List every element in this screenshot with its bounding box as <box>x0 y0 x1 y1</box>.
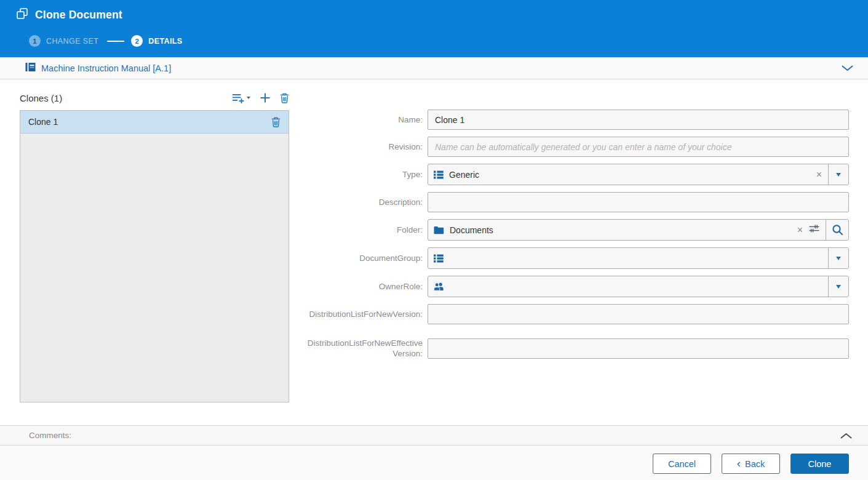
folder-combobox[interactable]: Documents × <box>428 219 849 241</box>
document-group-dropdown-button[interactable] <box>828 248 848 268</box>
list-item-clone-1[interactable]: Clone 1 <box>20 111 289 134</box>
add-list-icon <box>233 93 244 103</box>
trash-icon <box>280 93 289 103</box>
name-label: Name: <box>303 114 423 125</box>
type-dropdown-button[interactable] <box>828 164 848 185</box>
owner-role-label: OwnerRole: <box>303 281 423 292</box>
clone-details-form: Name: Revision: Type: Generic <box>303 110 849 366</box>
description-label: Description: <box>303 197 423 207</box>
clear-icon[interactable]: × <box>816 170 822 180</box>
field-row-document-group: DocumentGroup: <box>303 247 849 269</box>
name-input[interactable] <box>428 110 849 130</box>
revision-label: Revision: <box>303 142 423 152</box>
delete-clone-button[interactable] <box>280 93 289 103</box>
document-group-label: DocumentGroup: <box>303 253 423 263</box>
chevron-down-icon <box>836 285 841 289</box>
field-row-distribution-list-new-version: DistributionListForNewVersion: <box>303 304 849 324</box>
folder-label: Folder: <box>303 225 423 235</box>
type-list-icon <box>434 170 444 179</box>
folder-icon <box>434 226 444 234</box>
field-row-distribution-list-new-effective-version: DistributionListForNewEffectiveVersion: <box>303 338 849 359</box>
owner-role-combobox[interactable] <box>428 276 849 297</box>
plus-icon <box>260 93 270 103</box>
add-clone-button[interactable] <box>260 93 270 103</box>
source-document-bar[interactable]: Machine Instruction Manual [A.1] <box>0 57 868 79</box>
group-list-icon <box>434 254 444 263</box>
type-label: Type: <box>303 169 423 180</box>
field-row-owner-role: OwnerRole: <box>303 276 849 297</box>
clear-icon[interactable]: × <box>797 225 803 235</box>
clone-button[interactable]: Clone <box>790 454 849 474</box>
owner-role-dropdown-button[interactable] <box>828 276 848 297</box>
trash-icon <box>271 117 281 127</box>
back-button[interactable]: ‹ Back <box>722 454 780 474</box>
description-input[interactable] <box>428 192 849 212</box>
field-row-description: Description: <box>303 192 849 212</box>
distribution-list-new-effective-version-label: DistributionListForNewEffectiveVersion: <box>303 338 423 359</box>
clones-panel: Clones (1) <box>20 91 289 402</box>
step-2-label: DETAILS <box>148 37 182 46</box>
chevron-down-icon[interactable] <box>842 65 853 71</box>
field-row-revision: Revision: <box>303 137 849 157</box>
field-row-folder: Folder: Documents × <box>303 219 849 241</box>
distribution-list-new-version-label: DistributionListForNewVersion: <box>303 309 423 319</box>
revision-input[interactable] <box>428 137 849 157</box>
dialog-header: Clone Document 1 CHANGE SET 2 DETAILS <box>0 0 868 57</box>
clone-item-name: Clone 1 <box>28 117 58 127</box>
chevron-down-icon <box>836 257 841 260</box>
comments-label: Comments: <box>29 431 71 440</box>
add-multiple-clones-button[interactable] <box>233 93 250 103</box>
filter-sliders-icon[interactable] <box>809 224 819 236</box>
clones-list: Clone 1 <box>20 110 289 402</box>
page-title: Clone Document <box>35 9 122 22</box>
step-1-circle[interactable]: 1 <box>29 35 41 47</box>
wizard-stepper: 1 CHANGE SET 2 DETAILS <box>29 35 183 47</box>
cancel-button-label: Cancel <box>668 459 696 469</box>
chevron-up-icon[interactable] <box>840 433 852 439</box>
chevron-left-icon: ‹ <box>737 457 741 469</box>
people-icon <box>434 282 444 291</box>
field-row-name: Name: <box>303 110 849 130</box>
clone-button-label: Clone <box>808 459 832 469</box>
document-icon <box>25 62 36 74</box>
chevron-down-icon <box>247 97 250 99</box>
dialog-footer: Cancel ‹ Back Clone <box>0 446 868 480</box>
back-button-label: Back <box>745 459 765 469</box>
distribution-list-new-effective-version-input[interactable] <box>428 338 849 359</box>
comments-section-bar[interactable]: Comments: <box>0 425 868 446</box>
field-row-type: Type: Generic × <box>303 164 849 185</box>
step-2-circle[interactable]: 2 <box>131 35 143 47</box>
delete-clone-item-button[interactable] <box>271 117 281 127</box>
distribution-list-new-version-input[interactable] <box>428 304 849 324</box>
type-value: Generic <box>449 170 479 180</box>
stepper-connector <box>107 41 124 42</box>
clone-document-icon <box>17 8 28 22</box>
folder-value: Documents <box>450 225 493 235</box>
document-group-combobox[interactable] <box>428 247 849 269</box>
type-combobox[interactable]: Generic × <box>428 164 849 185</box>
chevron-down-icon <box>836 173 841 177</box>
step-1-label[interactable]: CHANGE SET <box>46 37 98 46</box>
search-icon <box>832 224 843 236</box>
document-title: Machine Instruction Manual [A.1] <box>41 63 171 73</box>
folder-search-button[interactable] <box>826 220 848 240</box>
clones-panel-title: Clones (1) <box>20 93 62 103</box>
cancel-button[interactable]: Cancel <box>653 454 711 474</box>
